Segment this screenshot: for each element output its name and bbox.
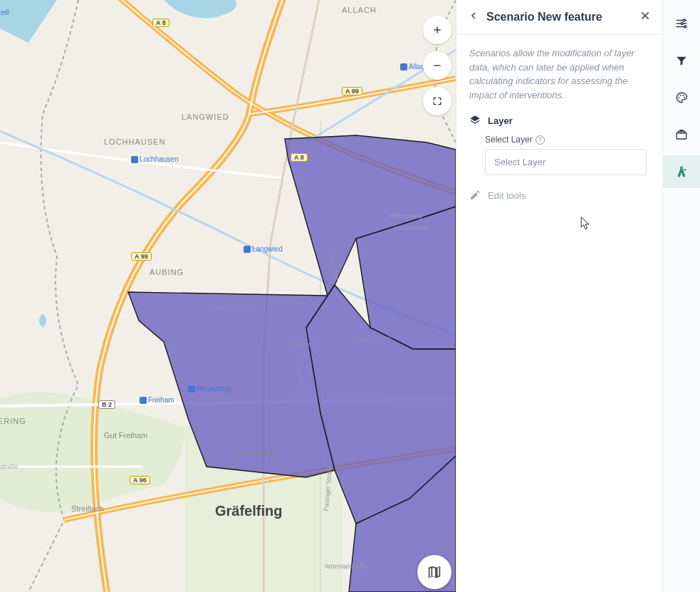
- toolbox-icon: [675, 128, 688, 141]
- zoom-out-button[interactable]: [423, 51, 451, 80]
- select-layer-dropdown[interactable]: Select Layer: [485, 149, 647, 175]
- layers-icon: [469, 115, 481, 126]
- right-toolbar: [662, 0, 700, 592]
- minus-icon: [432, 60, 443, 71]
- panel-description: Scenarios allow the modification of laye…: [469, 46, 649, 102]
- back-button[interactable]: [468, 10, 479, 24]
- plus-icon: [432, 24, 443, 36]
- compass-draw-icon: [675, 165, 688, 178]
- toolbar-scenario[interactable]: [663, 155, 700, 188]
- fullscreen-icon: [432, 95, 443, 107]
- filter-icon: [675, 54, 688, 67]
- map-controls: [423, 16, 451, 115]
- svg-point-6: [682, 95, 684, 96]
- layer-section-header: Layer: [469, 115, 649, 126]
- svg-point-7: [684, 97, 685, 98]
- panel-body: Scenarios allow the modification of laye…: [456, 35, 662, 221]
- scenario-panel: Scenario New feature Scenarios allow the…: [456, 0, 662, 592]
- close-button[interactable]: [639, 10, 651, 24]
- edit-tools-section-header: Edit tools: [469, 189, 649, 201]
- chevron-left-icon: [468, 10, 479, 21]
- select-layer-label: Select Layer ?: [485, 135, 649, 145]
- edit-tools-label: Edit tools: [488, 190, 526, 201]
- toolbar-style[interactable]: [663, 81, 700, 114]
- toolbar-filter[interactable]: [663, 44, 700, 77]
- svg-point-3: [684, 26, 686, 28]
- svg-point-1: [683, 19, 685, 21]
- edit-tools-icon: [469, 189, 481, 201]
- map-canvas[interactable]: ALLACH LANGWIED LOCHHAUSEN AUBING LOCHHA…: [0, 0, 456, 592]
- svg-point-2: [681, 23, 683, 25]
- palette-icon: [675, 91, 688, 104]
- toolbar-settings[interactable]: [663, 7, 700, 40]
- map-svg: [0, 0, 456, 592]
- map-icon: [427, 564, 442, 580]
- toolbar-toolbox[interactable]: [663, 118, 700, 151]
- panel-header: Scenario New feature: [456, 0, 662, 35]
- svg-point-5: [680, 95, 681, 96]
- close-icon: [639, 10, 651, 21]
- svg-point-4: [678, 97, 679, 98]
- panel-title: Scenario New feature: [486, 11, 632, 24]
- basemap-switch-button[interactable]: [417, 555, 451, 589]
- fullscreen-button[interactable]: [423, 87, 451, 115]
- zoom-in-button[interactable]: [423, 16, 451, 44]
- select-layer-placeholder: Select Layer: [494, 157, 545, 167]
- sliders-icon: [675, 17, 688, 30]
- help-icon[interactable]: ?: [536, 135, 545, 145]
- layer-section-label: Layer: [488, 115, 513, 126]
